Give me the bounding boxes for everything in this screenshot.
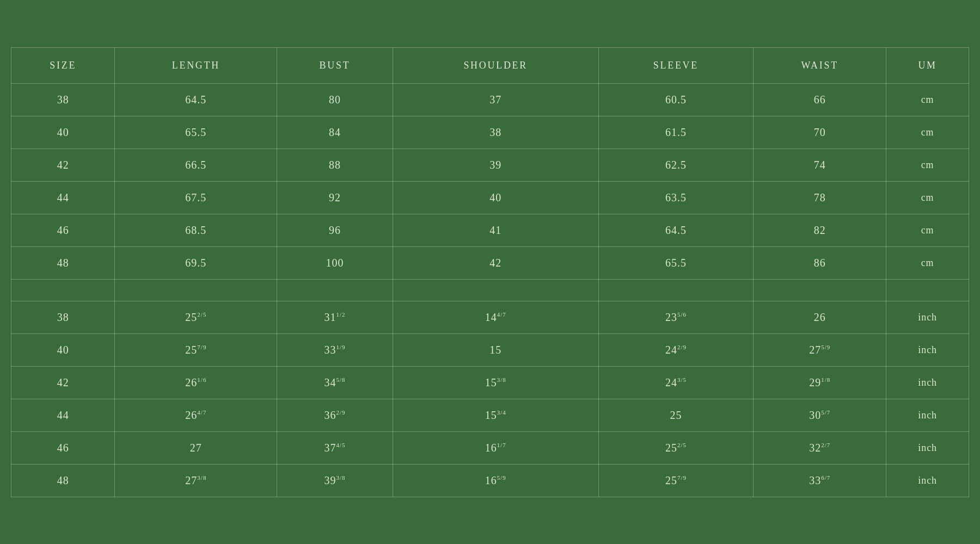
cell-waist: 291/8 [754, 366, 886, 399]
cell-sleeve: 62.5 [598, 149, 753, 181]
separator-row [11, 279, 969, 301]
table-row: 46 68.5 96 41 64.5 82 cm [11, 214, 969, 246]
cell-um: inch [886, 333, 969, 366]
cell-waist: 86 [754, 246, 886, 279]
table-row: 48 273/8 393/8 165/9 257/9 336/7 inch [11, 464, 969, 497]
header-um: UM [886, 47, 969, 83]
cell-sleeve: 243/5 [598, 366, 753, 399]
cell-waist: 78 [754, 181, 886, 214]
cell-waist: 336/7 [754, 464, 886, 497]
sep-cell-4 [393, 279, 598, 301]
cell-um: inch [886, 399, 969, 431]
cell-shoulder: 41 [393, 214, 598, 246]
table-row: 44 67.5 92 40 63.5 78 cm [11, 181, 969, 214]
cell-bust: 393/8 [277, 464, 393, 497]
header-bust: BUST [277, 47, 393, 83]
cell-sleeve: 65.5 [598, 246, 753, 279]
cell-waist: 74 [754, 149, 886, 181]
cell-waist: 26 [754, 301, 886, 333]
cell-size: 38 [11, 83, 115, 116]
cell-size: 46 [11, 214, 115, 246]
cell-bust: 84 [277, 116, 393, 149]
cell-bust: 100 [277, 246, 393, 279]
header-row: SIZE LENGTH BUST SHOULDER SLEEVE WAIST U… [11, 47, 969, 83]
cell-shoulder: 161/7 [393, 431, 598, 464]
cell-shoulder: 144/7 [393, 301, 598, 333]
table-row: 44 264/7 362/9 153/4 25 305/7 inch [11, 399, 969, 431]
cell-um: cm [886, 116, 969, 149]
cell-length: 273/8 [115, 464, 277, 497]
cell-waist: 66 [754, 83, 886, 116]
cell-bust: 96 [277, 214, 393, 246]
cell-shoulder: 153/4 [393, 399, 598, 431]
cell-shoulder: 15 [393, 333, 598, 366]
sep-cell-2 [115, 279, 277, 301]
cell-bust: 374/5 [277, 431, 393, 464]
cell-sleeve: 60.5 [598, 83, 753, 116]
cell-length: 64.5 [115, 83, 277, 116]
table-row: 48 69.5 100 42 65.5 86 cm [11, 246, 969, 279]
cell-length: 257/9 [115, 333, 277, 366]
table-row: 40 257/9 331/9 15 242/9 275/9 inch [11, 333, 969, 366]
cell-length: 69.5 [115, 246, 277, 279]
cell-size: 48 [11, 464, 115, 497]
cell-shoulder: 39 [393, 149, 598, 181]
cell-size: 38 [11, 301, 115, 333]
cell-sleeve: 25 [598, 399, 753, 431]
cell-size: 48 [11, 246, 115, 279]
cell-bust: 88 [277, 149, 393, 181]
sep-cell-1 [11, 279, 115, 301]
sep-cell-6 [754, 279, 886, 301]
header-shoulder: SHOULDER [393, 47, 598, 83]
cell-um: cm [886, 214, 969, 246]
table-row: 42 261/6 345/8 153/8 243/5 291/8 inch [11, 366, 969, 399]
cell-size: 40 [11, 333, 115, 366]
cell-um: cm [886, 246, 969, 279]
cell-sleeve: 63.5 [598, 181, 753, 214]
cell-shoulder: 37 [393, 83, 598, 116]
cell-length: 68.5 [115, 214, 277, 246]
size-chart-table: SIZE LENGTH BUST SHOULDER SLEEVE WAIST U… [11, 47, 969, 497]
cell-length: 65.5 [115, 116, 277, 149]
cell-sleeve: 252/5 [598, 431, 753, 464]
header-sleeve: SLEEVE [598, 47, 753, 83]
cell-shoulder: 153/8 [393, 366, 598, 399]
cell-sleeve: 235/6 [598, 301, 753, 333]
cell-waist: 322/7 [754, 431, 886, 464]
cell-size: 42 [11, 366, 115, 399]
cell-bust: 92 [277, 181, 393, 214]
cell-um: inch [886, 301, 969, 333]
cell-size: 44 [11, 181, 115, 214]
cell-bust: 311/2 [277, 301, 393, 333]
cell-shoulder: 40 [393, 181, 598, 214]
cell-um: cm [886, 83, 969, 116]
sep-cell-7 [886, 279, 969, 301]
cell-length: 67.5 [115, 181, 277, 214]
header-length: LENGTH [115, 47, 277, 83]
sep-cell-3 [277, 279, 393, 301]
cell-length: 252/5 [115, 301, 277, 333]
cell-um: inch [886, 366, 969, 399]
cell-length: 66.5 [115, 149, 277, 181]
cell-um: inch [886, 431, 969, 464]
cell-shoulder: 165/9 [393, 464, 598, 497]
header-size: SIZE [11, 47, 115, 83]
cell-bust: 345/8 [277, 366, 393, 399]
table-row: 46 27 374/5 161/7 252/5 322/7 inch [11, 431, 969, 464]
cell-um: inch [886, 464, 969, 497]
cell-sleeve: 64.5 [598, 214, 753, 246]
cell-sleeve: 257/9 [598, 464, 753, 497]
cell-bust: 362/9 [277, 399, 393, 431]
cell-size: 40 [11, 116, 115, 149]
cell-um: cm [886, 149, 969, 181]
table-row: 38 64.5 80 37 60.5 66 cm [11, 83, 969, 116]
sep-cell-5 [598, 279, 753, 301]
cell-size: 42 [11, 149, 115, 181]
cell-length: 264/7 [115, 399, 277, 431]
cell-bust: 331/9 [277, 333, 393, 366]
cell-size: 44 [11, 399, 115, 431]
cell-waist: 82 [754, 214, 886, 246]
cell-size: 46 [11, 431, 115, 464]
cell-length: 27 [115, 431, 277, 464]
table-row: 38 252/5 311/2 144/7 235/6 26 inch [11, 301, 969, 333]
